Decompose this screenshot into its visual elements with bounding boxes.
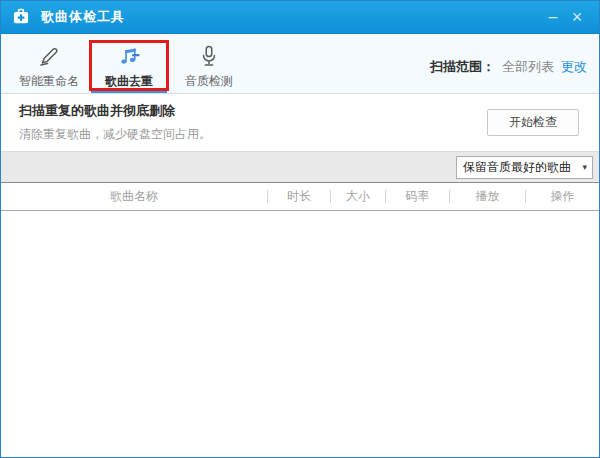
scan-scope-value: 全部列表 [502, 58, 554, 76]
close-button[interactable]: × [565, 5, 589, 29]
column-duration: 时长 [268, 188, 330, 205]
chevron-down-icon: ▾ [582, 162, 587, 172]
tab-audio-quality[interactable]: 音质检测 [169, 34, 249, 93]
tab-label: 歌曲去重 [105, 73, 153, 90]
options-bar: 保留音质最好的歌曲 ▾ [1, 151, 599, 183]
toolbar: 智能重命名 歌曲去重 [1, 34, 599, 94]
window-title: 歌曲体检工具 [41, 8, 125, 26]
active-tab-indicator [91, 91, 167, 93]
section-title: 扫描重复的歌曲并彻底删除 [19, 102, 211, 120]
column-play: 播放 [450, 188, 525, 205]
scan-texts: 扫描重复的歌曲并彻底删除 清除重复歌曲，减少硬盘空间占用。 [19, 102, 211, 143]
scan-scope-label: 扫描范围： [430, 58, 495, 76]
microphone-icon [196, 43, 222, 69]
section-subtitle: 清除重复歌曲，减少硬盘空间占用。 [19, 126, 211, 143]
column-action: 操作 [526, 188, 599, 205]
column-size: 大小 [331, 188, 385, 205]
column-song-name: 歌曲名称 [1, 188, 267, 205]
first-aid-kit-icon [11, 7, 31, 27]
titlebar: 歌曲体检工具 – × [1, 1, 599, 34]
tab-song-dedup[interactable]: 歌曲去重 [89, 34, 169, 93]
start-check-button[interactable]: 开始检查 [487, 109, 579, 136]
pencil-icon [36, 43, 62, 69]
window-controls: – × [541, 5, 599, 29]
column-bitrate: 码率 [386, 188, 449, 205]
tab-smart-rename[interactable]: 智能重命名 [9, 34, 89, 93]
music-note-icon [116, 43, 142, 69]
tab-label: 音质检测 [185, 73, 233, 90]
song-table-header: 歌曲名称 时长 大小 码率 播放 操作 [1, 183, 599, 211]
song-list [1, 211, 599, 457]
tab-label: 智能重命名 [19, 73, 79, 90]
keep-policy-dropdown[interactable]: 保留音质最好的歌曲 ▾ [456, 156, 593, 179]
app-window: 歌曲体检工具 – × 智能重命名 [0, 0, 600, 458]
dropdown-value: 保留音质最好的歌曲 [463, 159, 571, 176]
minimize-button[interactable]: – [541, 5, 565, 29]
change-scope-link[interactable]: 更改 [561, 58, 587, 76]
scan-scope: 扫描范围： 全部列表 更改 [430, 40, 599, 93]
scan-section: 扫描重复的歌曲并彻底删除 清除重复歌曲，减少硬盘空间占用。 开始检查 [1, 94, 599, 151]
